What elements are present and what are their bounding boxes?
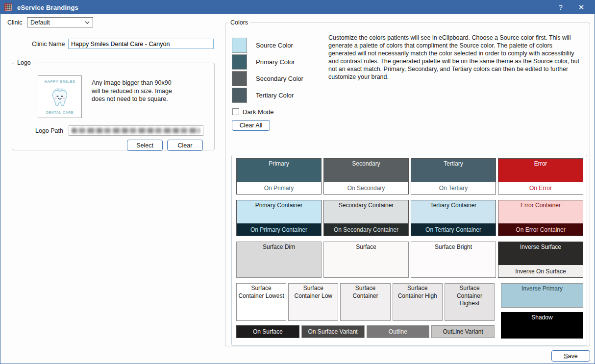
clinic-dropdown[interactable]: Default <box>27 17 93 27</box>
palette-panel: Primary On Primary Secondary On Secondar… <box>231 155 587 346</box>
clinic-label: Clinic <box>7 19 23 26</box>
close-button[interactable]: ✕ <box>571 0 592 14</box>
palette-card-title: Secondary Container <box>339 202 394 209</box>
clinic-dropdown-value: Default <box>30 19 50 26</box>
palette-card-title: Surface Container Highest <box>457 285 482 307</box>
palette-card-surface-bright: Surface Bright <box>411 242 496 278</box>
palette-card-title: Tertiary <box>444 160 463 167</box>
palette-card-surface-container-lowest: Surface Container Lowest <box>236 283 286 321</box>
eservice-brandings-window: eService Brandings ? ✕ Clinic Default Cl… <box>0 0 595 364</box>
palette-card-title: Outline <box>389 328 407 335</box>
logo-path-label: Logo Path <box>35 127 63 134</box>
logo-path-input[interactable] <box>69 125 203 136</box>
palette-card-surface-container-low: Surface Container Low <box>288 283 338 321</box>
palette-card-on-label: On Secondary Container <box>334 226 398 233</box>
palette-card-on-label: On Tertiary Container <box>425 226 481 233</box>
palette-card-on-surface: On Surface <box>236 325 299 338</box>
palette-card-secondary-container: Secondary Container On Secondary Contain… <box>323 200 409 236</box>
clear-all-button[interactable]: Clear All <box>232 120 270 131</box>
palette-card-secondary: Secondary On Secondary <box>323 158 409 194</box>
colors-description: Customize the colors patients will see i… <box>328 34 579 81</box>
palette-card-on-label: On Error Container <box>516 226 565 233</box>
palette-card-on-label: On Secondary <box>347 185 385 192</box>
palette-row-main: Primary On Primary Secondary On Secondar… <box>236 158 583 194</box>
title-bar: eService Brandings ? ✕ <box>0 0 595 14</box>
palette-card-error-container: Error Container On Error Container <box>498 200 583 236</box>
secondary-color-row: Secondary Color <box>232 71 303 86</box>
help-button[interactable]: ? <box>550 0 571 14</box>
logo-text-top: HAPPY SMILES <box>45 79 75 84</box>
palette-card-title: OutLine Variant <box>443 328 483 335</box>
palette-card-on-label: On Primary Container <box>250 226 307 233</box>
palette-row-surface-containers: Surface Container Lowest Surface Contain… <box>236 283 495 321</box>
dark-mode-label: Dark Mode <box>243 108 274 116</box>
clinic-name-label: Clinic Name <box>32 41 65 48</box>
primary-color-swatch[interactable] <box>232 54 247 70</box>
palette-card-title: Shadow <box>531 314 552 321</box>
palette-card-on-label: Inverse On Surface <box>515 268 566 275</box>
source-color-label: Source Color <box>256 42 293 49</box>
tooth-illustration <box>50 87 70 108</box>
palette-card-title: On Surface <box>253 328 283 335</box>
palette-card-on-label: On Primary <box>264 185 294 192</box>
chevron-down-icon <box>85 21 90 24</box>
logo-size-note: Any image bigger than 90x90 will be redu… <box>92 79 178 103</box>
palette-card-title: Surface Dim <box>263 243 295 250</box>
palette-card-surface-container: Surface Container <box>340 283 390 321</box>
palette-card-outline-variant: OutLine Variant <box>431 325 495 338</box>
palette-row-on-strips: On Surface On Surface Variant Outline Ou… <box>236 325 495 338</box>
dark-mode-checkbox[interactable] <box>232 108 239 115</box>
palette-card-surface: Surface <box>323 242 409 278</box>
palette-card-inverse-surface: Inverse Surface Inverse On Surface <box>498 242 583 278</box>
source-color-swatch[interactable] <box>232 38 247 53</box>
palette-card-tertiary: Tertiary On Tertiary <box>411 158 496 194</box>
palette-card-title: Error Container <box>521 202 561 209</box>
secondary-color-swatch[interactable] <box>232 71 247 86</box>
palette-card-inverse-primary: Inverse Primary <box>501 283 583 308</box>
window-title: eService Brandings <box>17 4 78 11</box>
clinic-name-input[interactable] <box>68 39 214 49</box>
palette-card-title: Surface <box>356 243 376 250</box>
clinic-logo-image: HAPPY SMILES DENTAL CARE <box>38 75 82 118</box>
primary-color-label: Primary Color <box>256 58 295 66</box>
clear-button[interactable]: Clear <box>167 140 203 151</box>
palette-card-title: Surface Container Low <box>295 285 332 299</box>
palette-card-title: Primary Container <box>255 202 303 209</box>
palette-card-title: Error <box>534 160 547 167</box>
palette-card-outline: Outline <box>367 325 430 338</box>
save-button[interactable]: Save <box>551 350 590 362</box>
palette-card-surface-container-highest: Surface Container Highest <box>445 283 495 321</box>
palette-card-title: Primary <box>269 160 289 167</box>
colors-group-label: Colors <box>228 19 250 26</box>
colors-group: Colors Source Color Primary Color Second… <box>225 19 590 346</box>
palette-card-title: Surface Bright <box>435 243 472 250</box>
logo-group: Logo HAPPY SMILES DENTAL CARE Any image … <box>12 59 215 150</box>
palette-card-surface-container-high: Surface Container High <box>393 283 443 321</box>
palette-card-title: Surface Container Lowest <box>238 285 284 299</box>
tertiary-color-swatch[interactable] <box>232 88 247 103</box>
palette-card-surface-dim: Surface Dim <box>236 242 322 278</box>
palette-card-on-label: On Error <box>529 185 552 192</box>
palette-card-on-label: On Tertiary <box>439 185 468 192</box>
tertiary-color-row: Tertiary Color <box>232 88 294 103</box>
palette-card-tertiary-container: Tertiary Container On Tertiary Container <box>411 200 496 236</box>
tertiary-color-label: Tertiary Color <box>256 92 294 99</box>
palette-card-primary: Primary On Primary <box>236 158 322 194</box>
palette-card-on-surface-variant: On Surface Variant <box>301 325 365 338</box>
palette-card-title: Inverse Surface <box>520 243 561 250</box>
palette-card-primary-container: Primary Container On Primary Container <box>236 200 322 236</box>
primary-color-row: Primary Color <box>232 54 295 70</box>
palette-card-title: Surface Container High <box>398 285 437 299</box>
source-color-row: Source Color <box>232 38 293 53</box>
palette-bottom-section: Surface Container Lowest Surface Contain… <box>236 283 583 339</box>
save-button-mnemonic: S <box>564 353 568 360</box>
select-button[interactable]: Select <box>127 140 163 151</box>
palette-card-title: Surface Container <box>352 285 378 299</box>
palette-card-title: On Surface Variant <box>308 328 358 335</box>
logo-group-label: Logo <box>15 59 33 66</box>
palette-card-shadow: Shadow <box>501 312 583 339</box>
logo-text-bottom: DENTAL CARE <box>46 111 74 114</box>
save-button-rest: ave <box>568 353 578 360</box>
palette-card-title: Secondary <box>352 160 380 167</box>
palette-card-title: Tertiary Container <box>430 202 477 209</box>
